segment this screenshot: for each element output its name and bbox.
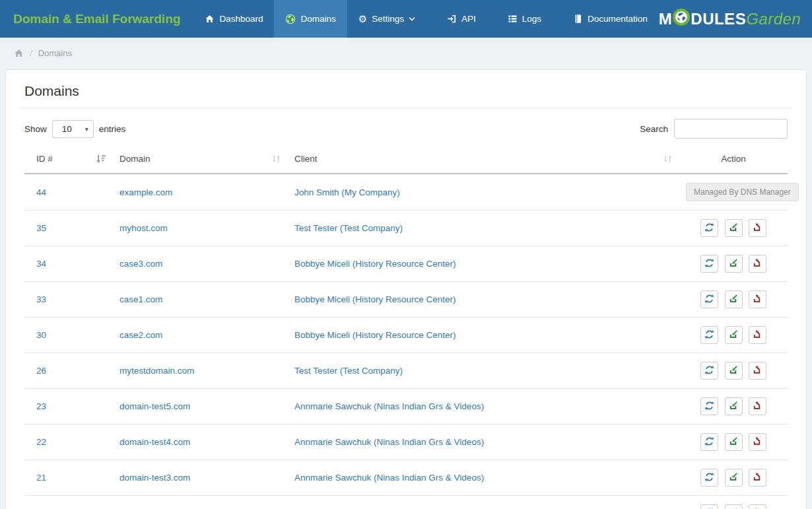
sign-in-action-button[interactable]: [725, 469, 743, 487]
sign-in-action-button[interactable]: [725, 397, 743, 415]
refresh-icon: [704, 294, 714, 306]
sign-out-action-button[interactable]: [749, 433, 766, 451]
sort-amount-desc-icon: [96, 154, 106, 164]
action-buttons: [698, 222, 769, 232]
sign-out-action-button[interactable]: [749, 255, 766, 273]
domain-link[interactable]: mytestdomain.com: [119, 366, 194, 376]
nav-label-domains: Domains: [300, 14, 335, 24]
action-buttons: [698, 436, 769, 446]
nav-label-api: API: [461, 14, 476, 24]
row-action-cell: [679, 318, 788, 353]
nav-item-api[interactable]: API: [436, 0, 487, 38]
logo-text-m: M: [659, 10, 673, 28]
row-client-cell: Annmarie Sawchuk (Ninas Indian Grs & Vid…: [288, 424, 679, 460]
row-id-cell: 22: [24, 424, 113, 460]
row-client-cell: Bobbye Miceli (History Resource Center): [288, 246, 679, 282]
row-action-cell: [679, 496, 788, 509]
domain-link[interactable]: domain-test4.com: [119, 437, 190, 447]
managed-by-dns-manager-button[interactable]: Managed By DNS Manager: [686, 183, 799, 201]
action-buttons: [698, 472, 769, 482]
sign-in-action-button[interactable]: [725, 290, 743, 308]
table-header-row: ID #: [24, 148, 788, 174]
sign-out-icon: [753, 401, 762, 413]
sign-in-icon: [729, 294, 739, 306]
nav-item-settings[interactable]: ⚙ Settings: [347, 0, 426, 38]
select-caret-icon: ▾: [85, 125, 88, 133]
sign-out-action-button[interactable]: [749, 219, 766, 237]
search-input[interactable]: [674, 119, 788, 139]
sign-out-action-button[interactable]: [749, 326, 766, 344]
sign-out-action-button[interactable]: [749, 290, 766, 308]
modulesgarden-logo: MDULESGarden: [659, 0, 812, 38]
synchronize-button[interactable]: [700, 219, 718, 237]
logo-globe-icon: [673, 9, 690, 30]
domain-link[interactable]: case2.com: [119, 330, 162, 340]
refresh-icon: [704, 329, 714, 341]
row-domain-cell: domain-test3.com: [113, 460, 288, 496]
app-window: Domain & Email Forwarding Dashboard: [0, 0, 812, 509]
row-action-cell: [679, 389, 788, 424]
domain-link[interactable]: domain-test5.com: [119, 401, 190, 411]
sign-in-action-button[interactable]: [725, 433, 743, 451]
sign-in-action-button[interactable]: [725, 255, 743, 273]
sign-out-action-button[interactable]: [749, 469, 766, 487]
row-domain-cell: case1.com: [113, 282, 288, 318]
synchronize-button[interactable]: [700, 290, 718, 308]
synchronize-button[interactable]: [700, 362, 718, 380]
sign-out-action-button[interactable]: [749, 504, 766, 509]
domain-link[interactable]: example.com: [119, 187, 172, 197]
home-icon[interactable]: [14, 48, 24, 58]
synchronize-button[interactable]: [700, 255, 718, 273]
refresh-icon: [704, 222, 714, 234]
nav-item-domains[interactable]: Domains: [274, 0, 347, 38]
column-header-action: Action: [679, 148, 788, 174]
table-body: 44 example.com John Smith (My Company) M…: [24, 174, 788, 509]
column-header-client[interactable]: Client: [288, 148, 679, 174]
sign-in-icon: [729, 472, 739, 484]
nav-item-dashboard[interactable]: Dashboard: [193, 0, 274, 38]
column-header-domain[interactable]: Domain: [113, 148, 288, 174]
logo-text-garden: Garden: [746, 10, 801, 28]
synchronize-button[interactable]: [700, 397, 718, 415]
sign-out-action-button[interactable]: [749, 397, 766, 415]
synchronize-button[interactable]: [700, 469, 718, 487]
page-title: Domains: [24, 83, 793, 99]
row-id-cell: 21: [24, 460, 113, 496]
table-row: 22 domain-test4.com Annmarie Sawchuk (Ni…: [24, 424, 788, 460]
domain-link[interactable]: domain-test3.com: [119, 473, 190, 483]
synchronize-button[interactable]: [700, 504, 718, 509]
action-buttons: [698, 329, 769, 339]
row-id-cell: 44: [24, 174, 113, 211]
page-size-select[interactable]: 10 ▾: [52, 120, 94, 138]
row-domain-cell: domain-test4.com: [113, 424, 288, 460]
sign-out-icon: [753, 436, 762, 448]
row-client-cell: Test Tester (Test Company): [288, 211, 679, 246]
nav-item-documentation[interactable]: Documentation: [562, 0, 659, 38]
sign-out-action-button[interactable]: [749, 362, 766, 380]
table-row: 26 mytestdomain.com Test Tester (Test Co…: [24, 353, 788, 389]
sign-in-action-button[interactable]: [725, 326, 743, 344]
row-id-cell: 35: [24, 211, 113, 246]
sign-in-icon: [729, 329, 739, 341]
row-action-cell: [679, 246, 788, 282]
logo-text-dules: DULES: [691, 10, 746, 28]
row-client-cell: Annmarie Sawchuk (Ninas Indian Grs & Vid…: [288, 389, 679, 424]
breadcrumb-current[interactable]: Domains: [38, 48, 72, 58]
domain-link[interactable]: myhost.com: [119, 223, 168, 233]
column-label-client: Client: [294, 154, 318, 164]
show-label: Show: [24, 124, 47, 134]
sign-in-action-button[interactable]: [725, 219, 743, 237]
domain-link[interactable]: case3.com: [119, 259, 162, 269]
action-buttons: [698, 401, 769, 411]
sign-in-action-button[interactable]: [725, 362, 743, 380]
nav-item-logs[interactable]: Logs: [496, 0, 553, 38]
column-header-id[interactable]: ID #: [24, 148, 113, 174]
row-client-cell: Annmarie Sawchuk (Ninas Indian Grs & Vid…: [288, 460, 679, 496]
synchronize-button[interactable]: [700, 326, 718, 344]
gear-icon: ⚙: [358, 14, 367, 24]
row-action-cell: [679, 424, 788, 460]
synchronize-button[interactable]: [700, 433, 718, 451]
row-domain-cell: domain-test1.com: [113, 496, 288, 509]
domain-link[interactable]: case1.com: [119, 294, 162, 304]
sign-in-action-button[interactable]: [725, 504, 743, 509]
